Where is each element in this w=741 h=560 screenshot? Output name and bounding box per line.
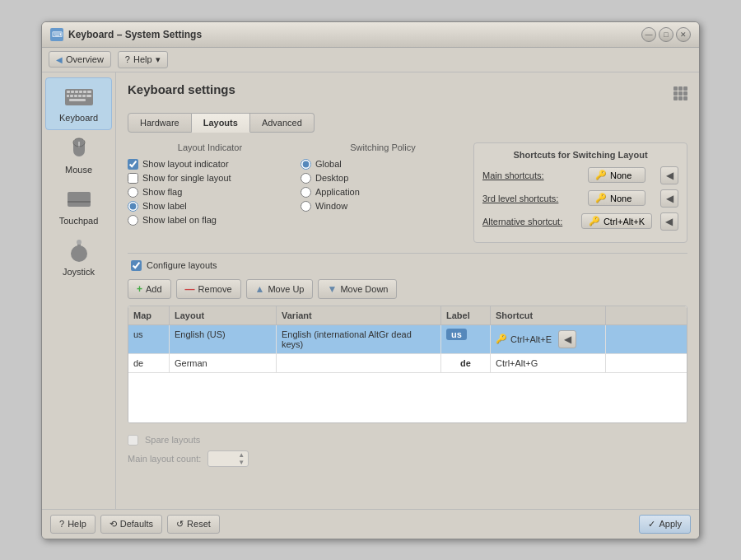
- configure-layouts-label: Configure layouts: [147, 260, 217, 270]
- table-header: Map Layout Variant Label Shortcut: [128, 306, 687, 325]
- reset-label: Reset: [187, 519, 211, 529]
- table-row[interactable]: us English (US) English (international A…: [128, 325, 687, 354]
- svg-rect-5: [83, 91, 86, 93]
- reset-button[interactable]: ↺ Reset: [167, 515, 220, 534]
- alt-shortcut-button[interactable]: 🔑 Ctrl+Alt+K: [581, 213, 652, 229]
- row-1-clear-btn[interactable]: ◀: [558, 330, 576, 348]
- apply-icon: ✓: [648, 519, 655, 530]
- col-shortcut: Shortcut: [491, 306, 606, 324]
- col-map: Map: [128, 306, 170, 324]
- show-layout-indicator-label: Show layout indicator: [142, 159, 229, 169]
- joystick-sidebar-icon: [64, 239, 94, 264]
- settings-grid: Layout Indicator Show layout indicator S…: [128, 142, 687, 243]
- main-shortcut-row: Main shortcuts: 🔑 None ◀: [482, 166, 678, 184]
- main-shortcut-label: Main shortcuts:: [482, 170, 573, 180]
- tab-layouts[interactable]: Layouts: [192, 113, 250, 133]
- sidebar-item-touchpad[interactable]: Touchpad: [42, 181, 115, 232]
- svg-rect-8: [70, 95, 73, 97]
- sidebar-item-joystick[interactable]: Joystick: [42, 232, 115, 283]
- label-badge-us: us: [446, 329, 467, 340]
- row-1-shortcut: 🔑 Ctrl+Alt+E ◀: [491, 325, 606, 353]
- policy-application-option[interactable]: Application: [301, 187, 465, 198]
- policy-global-radio[interactable]: [301, 159, 311, 170]
- third-level-clear-button[interactable]: ◀: [660, 189, 678, 208]
- policy-global-option[interactable]: Global: [301, 159, 465, 170]
- policy-application-label: Application: [315, 187, 360, 197]
- add-button[interactable]: + Add: [128, 279, 171, 299]
- help-bottom-button[interactable]: ? Help: [50, 515, 96, 534]
- tabs: Hardware Layouts Advanced: [128, 113, 687, 133]
- main-shortcut-button[interactable]: 🔑 None: [588, 167, 645, 183]
- show-for-single-option[interactable]: Show for single layout: [128, 173, 292, 184]
- content-area: Keyboard Mouse: [42, 72, 699, 509]
- grid-icon: [673, 86, 687, 100]
- show-flag-radio[interactable]: [128, 187, 138, 198]
- shortcuts-title: Shortcuts for Switching Layout: [482, 150, 678, 160]
- main-panel: Keyboard settings Hardware Layouts Ad: [116, 72, 699, 509]
- help-bottom-label: Help: [68, 519, 86, 529]
- add-icon: +: [137, 283, 142, 295]
- spinner-arrows[interactable]: ▲ ▼: [238, 451, 245, 466]
- overview-arrow-icon: ◀: [56, 55, 63, 64]
- sidebar-item-keyboard[interactable]: Keyboard: [45, 77, 112, 130]
- svg-point-21: [77, 240, 82, 245]
- alt-shortcut-clear-button[interactable]: ◀: [660, 212, 678, 231]
- shortcut-value-row1: Ctrl+Alt+E: [510, 334, 552, 344]
- divider: [128, 253, 687, 254]
- policy-window-option[interactable]: Window: [301, 201, 465, 212]
- keyboard-icon: ⌨: [50, 28, 63, 41]
- defaults-label: Defaults: [120, 519, 153, 529]
- overview-button[interactable]: ◀ Overview: [49, 51, 111, 68]
- spare-layouts-label: Spare layouts: [145, 435, 200, 445]
- sidebar-keyboard-label: Keyboard: [59, 113, 98, 123]
- policy-window-label: Window: [315, 201, 347, 211]
- mouse-sidebar-icon: [64, 137, 94, 161]
- close-button[interactable]: ✕: [676, 27, 691, 42]
- key-icon-row1: 🔑: [496, 334, 507, 344]
- main-shortcut-clear-button[interactable]: ◀: [660, 166, 678, 184]
- layout-indicator-section: Layout Indicator Show layout indicator S…: [128, 142, 292, 243]
- show-flag-option[interactable]: Show flag: [128, 187, 292, 198]
- svg-rect-1: [67, 91, 70, 93]
- defaults-button[interactable]: ⟲ Defaults: [100, 515, 162, 534]
- tab-advanced[interactable]: Advanced: [250, 113, 315, 133]
- show-label-radio[interactable]: [128, 201, 138, 212]
- show-for-single-label: Show for single layout: [142, 173, 231, 183]
- configure-layouts-checkbox[interactable]: [131, 260, 142, 271]
- switching-policy-options: Global Desktop Application Window: [301, 159, 465, 212]
- sidebar: Keyboard Mouse: [42, 72, 116, 509]
- toolbar: ◀ Overview ? Help ▾: [42, 48, 699, 72]
- third-level-shortcut-button[interactable]: 🔑 None: [588, 190, 645, 206]
- apply-button[interactable]: ✓ Apply: [639, 515, 691, 534]
- key-icon-3: 🔑: [589, 216, 600, 226]
- show-label-option[interactable]: Show label: [128, 201, 292, 212]
- policy-desktop-option[interactable]: Desktop: [301, 173, 465, 184]
- main-layout-count-spinner[interactable]: ▲ ▼: [207, 450, 249, 467]
- move-up-icon: ▲: [255, 283, 265, 295]
- tab-hardware[interactable]: Hardware: [128, 113, 192, 133]
- show-label-on-flag-option[interactable]: Show label on flag: [128, 215, 292, 226]
- col-layout: Layout: [170, 306, 277, 324]
- help-dropdown-icon: ▾: [156, 54, 161, 65]
- row-1-label: us: [441, 325, 491, 353]
- policy-application-radio[interactable]: [301, 187, 311, 198]
- spare-layouts-checkbox[interactable]: [128, 435, 138, 446]
- policy-desktop-radio[interactable]: [301, 173, 311, 184]
- move-up-button[interactable]: ▲ Move Up: [246, 279, 314, 299]
- move-down-button[interactable]: ▼ Move Down: [318, 279, 397, 299]
- show-layout-indicator-option[interactable]: Show layout indicator: [128, 159, 292, 170]
- show-for-single-checkbox[interactable]: [128, 173, 138, 184]
- sidebar-item-mouse[interactable]: Mouse: [42, 130, 115, 181]
- svg-rect-6: [87, 91, 91, 93]
- svg-rect-4: [79, 91, 82, 93]
- layout-indicator-title: Layout Indicator: [128, 142, 292, 152]
- remove-button[interactable]: — Remove: [176, 279, 241, 299]
- maximize-button[interactable]: □: [659, 27, 673, 42]
- show-label-on-flag-radio[interactable]: [128, 215, 138, 226]
- help-button[interactable]: ? Help ▾: [118, 51, 168, 68]
- show-layout-indicator-checkbox[interactable]: [128, 159, 138, 170]
- table-row[interactable]: de German de Ctrl+Alt+G: [128, 354, 687, 373]
- minimize-button[interactable]: —: [641, 27, 656, 42]
- policy-window-radio[interactable]: [301, 201, 311, 212]
- svg-rect-3: [75, 91, 78, 93]
